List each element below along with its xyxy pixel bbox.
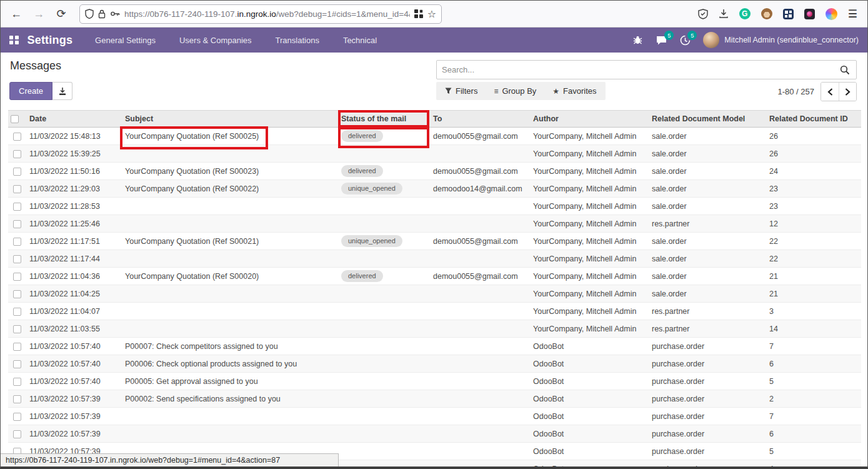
activities-clock-icon[interactable]: 5 [680, 35, 691, 46]
menu-users-companies[interactable]: Users & Companies [178, 33, 253, 48]
table-row[interactable]: 11/03/2022 11:28:53YourCompany, Mitchell… [8, 198, 861, 215]
table-row[interactable]: 11/03/2022 11:04:25YourCompany, Mitchell… [8, 285, 861, 303]
date-cell: 11/03/2022 11:04:36 [27, 268, 122, 285]
create-button[interactable]: Create [9, 82, 52, 100]
table-row[interactable]: 11/03/2022 11:17:51YourCompany Quotation… [8, 233, 861, 250]
select-all-checkbox[interactable] [11, 115, 19, 123]
debug-bug-icon[interactable] [632, 35, 643, 45]
search-input[interactable] [437, 65, 834, 74]
table-row[interactable]: 11/03/2022 11:50:16YourCompany Quotation… [8, 163, 861, 180]
subject-cell [122, 215, 339, 233]
row-checkbox[interactable] [13, 378, 21, 386]
row-checkbox[interactable] [13, 325, 21, 333]
row-checkbox[interactable] [13, 308, 21, 316]
reload-button[interactable]: ⟳ [52, 4, 71, 23]
to-cell [431, 320, 531, 338]
address-bar[interactable]: https://0b76-117-240-119-107.in.ngrok.io… [79, 4, 442, 24]
to-cell [431, 250, 531, 268]
table-row[interactable]: 11/03/2022 11:04:36YourCompany Quotation… [8, 268, 861, 285]
firefox-account-icon[interactable] [826, 8, 837, 20]
table-row[interactable]: 11/03/2022 15:48:13YourCompany Quotation… [8, 128, 861, 145]
table-row[interactable]: 11/03/2022 11:03:55YourCompany, Mitchell… [8, 320, 861, 338]
to-cell [431, 198, 531, 215]
pager-previous-button[interactable] [821, 83, 839, 101]
tampermonkey-extension-icon[interactable] [761, 8, 772, 19]
reader-grid-icon[interactable] [414, 9, 423, 18]
column-header-date[interactable]: Date [27, 111, 122, 128]
pocket-shield-icon[interactable] [698, 9, 708, 19]
doc-id-cell: 14 [767, 320, 861, 338]
downloads-icon[interactable] [719, 9, 729, 19]
column-header-author[interactable]: Author [531, 111, 649, 128]
table-row[interactable]: 11/03/2022 10:57:39OdooBotpurchase.order… [8, 425, 861, 443]
table-row[interactable]: 11/03/2022 11:17:44YourCompany, Mitchell… [8, 250, 861, 268]
row-checkbox[interactable] [13, 220, 21, 228]
apps-menu-icon[interactable] [9, 36, 19, 45]
search-icon[interactable] [834, 65, 856, 75]
group-by-button[interactable]: ≡ Group By [494, 86, 536, 96]
row-checkbox[interactable] [13, 168, 21, 176]
doc-id-cell: 7 [767, 408, 861, 425]
column-header-related-document-id[interactable]: Related Document ID [767, 111, 861, 128]
row-checkbox[interactable] [13, 238, 21, 246]
row-checkbox[interactable] [13, 133, 21, 141]
doc-id-cell: 2 [767, 390, 861, 408]
model-cell: sale.order [649, 128, 767, 145]
column-header-to[interactable]: To [431, 111, 531, 128]
forward-button[interactable]: → [29, 4, 48, 23]
table-row[interactable]: 11/03/2022 10:57:40P00006: Check optiona… [8, 355, 861, 373]
model-cell: sale.order [649, 145, 767, 163]
app-title[interactable]: Settings [27, 34, 73, 47]
row-checkbox[interactable] [13, 255, 21, 263]
table-row[interactable]: 11/03/2022 10:57:39OdooBotpurchase.order… [8, 408, 861, 425]
table-row[interactable]: 11/03/2022 10:57:40P00007: Check competi… [8, 338, 861, 355]
to-cell [431, 460, 531, 467]
table-row[interactable]: 11/03/2022 15:39:25YourCompany, Mitchell… [8, 145, 861, 163]
back-button[interactable]: ← [7, 4, 26, 23]
table-row[interactable]: 11/03/2022 10:57:40P00005: Get approval … [8, 373, 861, 390]
menu-translations[interactable]: Translations [274, 33, 321, 48]
pager-next-button[interactable] [839, 83, 856, 101]
subject-cell: YourCompany Quotation (Ref S00023) [122, 163, 339, 180]
status-cell [339, 145, 431, 163]
row-checkbox[interactable] [13, 273, 21, 281]
author-cell: OdooBot [531, 425, 649, 443]
doc-id-cell: 6 [767, 425, 861, 443]
table-row[interactable]: 11/03/2022 11:29:03YourCompany Quotation… [8, 180, 861, 198]
export-button[interactable] [52, 82, 72, 100]
row-checkbox[interactable] [13, 290, 21, 298]
column-header-status-of-the-mail[interactable]: Status of the mail [339, 111, 431, 128]
model-cell: purchase.order [649, 443, 767, 460]
table-row[interactable]: 11/03/2022 11:04:07YourCompany, Mitchell… [8, 303, 861, 320]
menu-hamburger-icon[interactable]: ☰ [848, 8, 857, 21]
table-row[interactable]: 11/03/2022 11:25:46YourCompany, Mitchell… [8, 215, 861, 233]
filters-button[interactable]: Filters [445, 86, 477, 96]
to-cell [431, 425, 531, 443]
row-checkbox[interactable] [13, 343, 21, 351]
grid-extension-icon[interactable] [783, 9, 794, 19]
row-checkbox[interactable] [13, 150, 21, 158]
grammarly-extension-icon[interactable]: G [739, 8, 751, 19]
messages-menu-icon[interactable]: 5 [656, 35, 667, 46]
menu-technical[interactable]: Technical [342, 33, 378, 48]
table-row[interactable]: 11/03/2022 10:57:39P00002: Send specific… [8, 390, 861, 408]
column-header-subject[interactable]: Subject [122, 111, 339, 128]
lock-icon[interactable] [98, 9, 106, 19]
row-checkbox[interactable] [13, 430, 21, 438]
menu-general-settings[interactable]: General Settings [94, 33, 157, 48]
row-checkbox[interactable] [13, 360, 21, 368]
key-icon[interactable] [110, 10, 120, 18]
row-checkbox[interactable] [13, 395, 21, 403]
subject-cell [122, 145, 339, 163]
row-checkbox[interactable] [13, 203, 21, 211]
bookmark-star-icon[interactable]: ☆ [427, 8, 436, 20]
status-cell [339, 408, 431, 425]
column-header-related-document-model[interactable]: Related Document Model [649, 111, 767, 128]
status-cell [339, 320, 431, 338]
shield-icon[interactable] [85, 9, 94, 19]
user-menu[interactable]: Mitchell Admin (sendinblue_connector) [703, 32, 859, 48]
favorites-button[interactable]: ★ Favorites [552, 86, 596, 96]
row-checkbox[interactable] [13, 185, 21, 193]
screenshot-extension-icon[interactable] [804, 9, 815, 19]
row-checkbox[interactable] [13, 413, 21, 421]
